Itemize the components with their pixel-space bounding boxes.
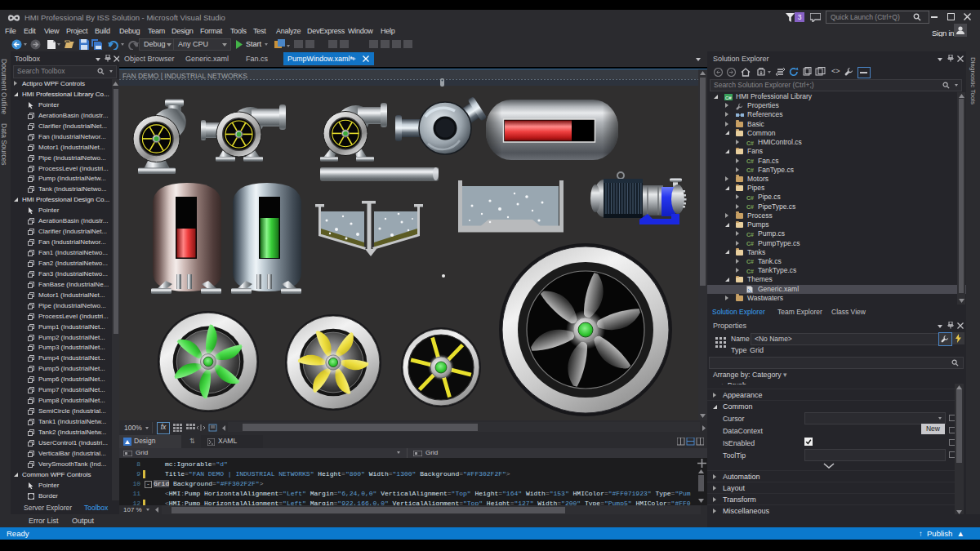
svg-text:FAN DEMO | INDUSTRIAL NETWORKS: FAN DEMO | INDUSTRIAL NETWORKS bbox=[122, 72, 247, 80]
svg-text:C#: C# bbox=[725, 96, 732, 100]
